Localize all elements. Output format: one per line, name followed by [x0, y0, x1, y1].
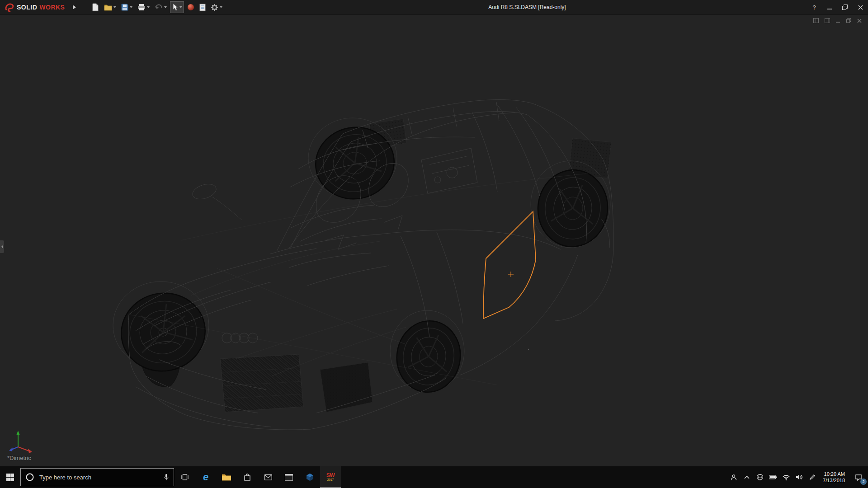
doc-minimize-icon [836, 19, 840, 23]
material-sphere-icon [187, 4, 194, 11]
terminal-button[interactable] [278, 466, 299, 488]
clock-date: 7/13/2018 [823, 477, 845, 483]
select-tool-button[interactable] [170, 1, 184, 13]
volume-button[interactable] [793, 466, 806, 488]
windows-taskbar: e SW 2017 [0, 466, 868, 488]
file-properties-button[interactable] [198, 1, 208, 13]
settings-gear-icon [211, 4, 218, 11]
3d-model-canvas[interactable] [0, 14, 868, 466]
feature-panel-collapsed-tab[interactable] [0, 240, 4, 253]
undo-caret-icon[interactable] [164, 6, 167, 8]
sw-year: 2017 [327, 479, 334, 482]
wifi-icon [782, 474, 790, 481]
wheel-rear-far [534, 166, 612, 250]
selected-face-highlight[interactable] [483, 211, 536, 319]
battery-icon [769, 475, 777, 479]
doc-minimize-button[interactable] [836, 19, 840, 23]
open-folder-icon [104, 4, 112, 11]
material-button[interactable] [185, 1, 196, 13]
triad-x-axis-icon [28, 449, 32, 453]
brand-works: WORKS [39, 4, 65, 11]
microphone-icon[interactable] [164, 474, 169, 481]
mail-button[interactable] [258, 466, 278, 488]
minimize-icon [827, 5, 832, 10]
people-icon [730, 474, 737, 481]
action-center-button[interactable]: 2 [849, 466, 868, 488]
view-orientation-label: *Dimetric [7, 455, 31, 461]
open-button[interactable] [102, 1, 118, 13]
help-button[interactable]: ? [807, 0, 822, 14]
pen-button[interactable] [806, 466, 819, 488]
save-floppy-icon [121, 4, 128, 11]
doc-close-button[interactable] [857, 19, 862, 23]
search-input[interactable] [38, 474, 160, 481]
undo-icon [155, 4, 163, 10]
panel-expand-arrow-icon [1, 245, 3, 249]
wifi-button[interactable] [779, 466, 793, 488]
clock-time: 10:20 AM [823, 471, 845, 477]
network-globe-icon [756, 474, 764, 481]
solidworks-2017-icon: SW 2017 [326, 473, 335, 482]
print-button[interactable] [136, 1, 151, 13]
edge-button[interactable]: e [195, 466, 216, 488]
save-caret-icon[interactable] [130, 6, 132, 8]
options-caret-icon[interactable] [220, 6, 222, 8]
open-caret-icon[interactable] [113, 6, 116, 8]
print-icon [137, 4, 146, 11]
file-explorer-button[interactable] [216, 466, 237, 488]
print-caret-icon[interactable] [147, 6, 150, 8]
pane-left-button[interactable] [813, 18, 819, 23]
system-tray: 10:20 AM 7/13/2018 2 [727, 466, 868, 488]
cube-app-icon [306, 473, 314, 481]
quick-toolbar [90, 1, 224, 13]
mail-envelope-icon [264, 474, 272, 480]
taskbar-clock[interactable]: 10:20 AM 7/13/2018 [819, 471, 849, 484]
titlebar-controls: ? [807, 0, 868, 14]
triad-y-axis-icon [17, 431, 20, 435]
hidden-icons-button[interactable] [740, 466, 753, 488]
pen-icon [809, 474, 816, 480]
taskbar-search-box[interactable] [20, 468, 174, 486]
minimize-button[interactable] [822, 0, 837, 14]
select-caret-icon[interactable] [179, 6, 182, 8]
viewer-app-button[interactable] [299, 466, 320, 488]
titlebar: SOLIDWORKS [0, 0, 868, 15]
start-button[interactable] [0, 466, 20, 488]
save-button[interactable] [119, 1, 134, 13]
volume-icon [796, 474, 803, 480]
doc-close-icon [857, 19, 862, 23]
new-document-button[interactable] [90, 1, 101, 13]
document-title: Audi R8 S.SLDASM [Read-only] [488, 4, 566, 10]
select-arrow-icon [172, 3, 178, 11]
selection-cross-icon [508, 272, 514, 277]
network-button[interactable] [753, 466, 766, 488]
solidworks-logo: SOLIDWORKS [0, 2, 68, 12]
doc-restore-button[interactable] [846, 18, 851, 23]
sw-glyph: SW [326, 473, 335, 478]
terminal-window-icon [285, 474, 293, 481]
close-button[interactable] [853, 0, 868, 14]
toolbar-flyout-arrow[interactable] [70, 2, 78, 12]
notification-badge: 2 [860, 479, 867, 485]
maximize-button[interactable] [837, 0, 853, 14]
cortana-icon[interactable] [25, 473, 34, 482]
store-bag-icon [244, 474, 251, 481]
brand-solid: SOLID [17, 4, 37, 11]
store-button[interactable] [237, 466, 258, 488]
solidworks-app-button[interactable]: SW 2017 [320, 466, 341, 488]
document-window-controls [813, 18, 862, 23]
restore-icon [842, 5, 848, 10]
file-explorer-icon [222, 473, 231, 481]
battery-button[interactable] [766, 466, 779, 488]
undo-button[interactable] [153, 1, 169, 13]
doc-restore-icon [846, 18, 851, 23]
task-view-button[interactable] [175, 466, 195, 488]
wheel-front-near [114, 286, 212, 379]
people-button[interactable] [727, 466, 740, 488]
pane-right-button[interactable] [825, 18, 830, 23]
reference-triad [9, 431, 32, 453]
graphics-viewport[interactable]: *Dimetric [0, 14, 868, 466]
options-button[interactable] [209, 1, 224, 13]
solidworks-swirl-icon [5, 2, 14, 12]
wheel-rear-near [392, 317, 465, 396]
